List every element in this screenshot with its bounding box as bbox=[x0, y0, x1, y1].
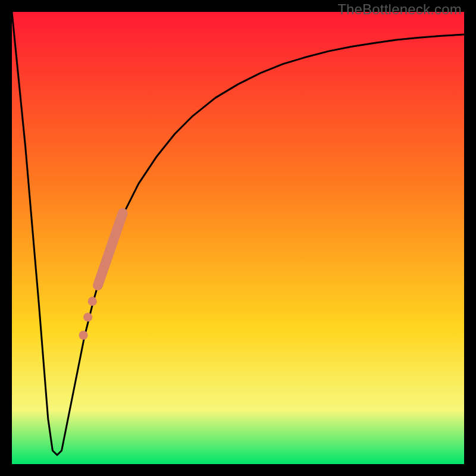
watermark-text: TheBottleneck.com bbox=[337, 1, 462, 18]
chart-frame bbox=[12, 12, 464, 464]
marker-dot bbox=[83, 312, 92, 321]
chart-plot bbox=[12, 12, 464, 464]
marker-dot bbox=[79, 331, 87, 340]
marker-dot bbox=[88, 297, 97, 306]
gradient-background bbox=[12, 12, 464, 464]
